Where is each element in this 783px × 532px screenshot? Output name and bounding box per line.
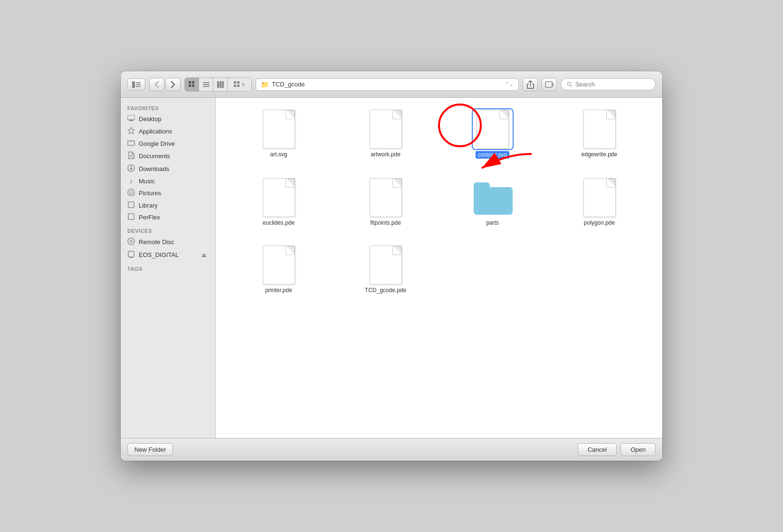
file-name-edgewrite-pde: edgewrite.pde <box>582 151 617 158</box>
folder-icon: 📁 <box>261 81 269 88</box>
file-item-edgewrite-pde[interactable]: edgewrite.pde <box>551 107 648 161</box>
svg-rect-4 <box>189 81 191 84</box>
eos-digital-icon <box>127 250 135 259</box>
svg-rect-1 <box>136 82 141 83</box>
eject-icon[interactable]: ⏏ <box>201 252 207 258</box>
file-name-euclides-pde: euclides.pde <box>263 219 295 226</box>
svg-rect-13 <box>222 81 224 88</box>
bottom-right-buttons: Cancel Open <box>578 443 656 456</box>
svg-rect-21 <box>129 120 133 121</box>
svg-rect-17 <box>237 85 239 87</box>
file-item-printer-pde[interactable]: printer.pde <box>230 243 327 296</box>
svg-rect-34 <box>130 257 133 258</box>
sidebar-item-desktop[interactable]: Desktop <box>121 113 215 125</box>
view-mode-group <box>184 77 252 92</box>
desktop-icon <box>127 115 135 123</box>
sidebar-item-music[interactable]: ♪ Music <box>121 175 215 187</box>
sidebar-item-pictures[interactable]: Pictures <box>121 187 215 200</box>
file-icon-artwork-pde <box>367 110 405 148</box>
svg-rect-10 <box>203 86 210 87</box>
bottom-bar: New Folder Cancel Open <box>121 438 662 461</box>
file-item-fitpoints-pde[interactable]: fitpoints.pde <box>337 176 434 229</box>
search-bar[interactable] <box>561 78 656 90</box>
file-item-tcd-gcode-pde[interactable]: TCD_gcode.pde <box>337 243 434 296</box>
downloads-icon <box>127 164 135 173</box>
svg-rect-6 <box>189 85 191 87</box>
tag-button[interactable] <box>542 78 557 91</box>
sidebar-label-perflex: PerFlex <box>139 214 160 221</box>
sidebar-item-library[interactable]: Library <box>121 200 215 211</box>
sidebar-toggle-button[interactable] <box>127 78 145 91</box>
file-name-contour-svg: contour.svg <box>476 151 509 159</box>
file-name-parts: parts <box>486 219 499 226</box>
cancel-button[interactable]: Cancel <box>578 443 617 456</box>
svg-rect-14 <box>234 81 236 84</box>
file-icon-tcd-gcode-pde <box>367 246 405 284</box>
file-item-artwork-pde[interactable]: artwork.pde <box>337 107 434 161</box>
file-icon-printer-pde <box>260 246 298 284</box>
svg-rect-11 <box>217 81 219 88</box>
file-name-tcd-gcode-pde: TCD_gcode.pde <box>365 287 406 294</box>
file-item-art-svg[interactable]: art.svg <box>230 107 327 161</box>
perflex-icon <box>127 213 135 221</box>
file-icon-fitpoints-pde <box>367 179 405 217</box>
sidebar-label-documents: Documents <box>139 152 170 160</box>
svg-rect-30 <box>128 214 134 219</box>
open-button[interactable]: Open <box>621 443 656 456</box>
svg-point-32 <box>130 240 133 243</box>
sidebar-label-google-drive: Google Drive <box>139 140 175 147</box>
file-item-euclides-pde[interactable]: euclides.pde <box>230 176 327 229</box>
file-icon-art-svg <box>260 110 298 148</box>
music-icon: ♪ <box>127 177 135 185</box>
path-bar-text: TCD_gcode <box>272 81 305 88</box>
svg-point-31 <box>128 238 134 245</box>
file-item-polygon-pde[interactable]: polygon.pde <box>551 176 648 229</box>
sidebar-item-documents[interactable]: Documents <box>121 150 215 162</box>
forward-button[interactable] <box>165 78 181 91</box>
google-drive-icon <box>127 140 135 148</box>
cover-flow-button[interactable] <box>228 78 251 91</box>
pictures-icon <box>127 189 135 198</box>
svg-rect-3 <box>136 86 141 87</box>
file-icon-polygon-pde <box>581 179 619 217</box>
search-input[interactable] <box>575 81 649 88</box>
remote-disc-icon <box>127 238 135 247</box>
library-icon <box>127 201 135 209</box>
documents-icon <box>127 152 135 161</box>
file-name-fitpoints-pde: fitpoints.pde <box>370 219 401 226</box>
nav-group <box>149 78 181 91</box>
sidebar-label-library: Library <box>139 202 158 209</box>
toolbar: 📁 TCD_gcode ⌃⌄ <box>121 71 662 98</box>
sidebar-label-eos-digital: EOS_DIGITAL <box>139 251 179 258</box>
sidebar-item-perflex[interactable]: PerFlex <box>121 211 215 223</box>
svg-rect-12 <box>220 81 221 88</box>
list-view-button[interactable] <box>199 78 213 91</box>
path-bar[interactable]: 📁 TCD_gcode ⌃⌄ <box>256 78 519 91</box>
svg-point-28 <box>130 191 133 194</box>
back-button[interactable] <box>149 78 164 91</box>
file-icon-edgewrite-pde <box>581 110 619 148</box>
column-view-button[interactable] <box>213 78 228 91</box>
sidebar-item-eos-digital[interactable]: EOS_DIGITAL ⏏ <box>121 248 215 261</box>
devices-label: Devices <box>121 226 215 236</box>
finder-window: 📁 TCD_gcode ⌃⌄ Favorit <box>121 71 662 461</box>
sidebar-label-remote-disc: Remote Disc <box>139 238 174 246</box>
share-button[interactable] <box>523 78 538 91</box>
tags-label: Tags <box>121 264 215 274</box>
file-area: art.svg artwork.pde <box>216 98 662 438</box>
file-item-contour-svg[interactable]: contour.svg <box>444 107 541 162</box>
sidebar-item-downloads[interactable]: Downloads <box>121 162 215 175</box>
sidebar-item-applications[interactable]: Applications <box>121 125 215 138</box>
svg-rect-15 <box>237 81 239 84</box>
file-item-parts[interactable]: parts <box>444 176 541 229</box>
file-name-polygon-pde: polygon.pde <box>584 219 615 226</box>
icon-view-button[interactable] <box>185 78 199 91</box>
sidebar-item-remote-disc[interactable]: Remote Disc <box>121 236 215 248</box>
new-folder-button[interactable]: New Folder <box>127 443 173 456</box>
svg-rect-16 <box>234 85 236 87</box>
file-name-printer-pde: printer.pde <box>265 287 292 294</box>
path-chevron-icon: ⌃⌄ <box>505 81 514 87</box>
svg-rect-8 <box>203 82 210 83</box>
sidebar-item-google-drive[interactable]: Google Drive <box>121 138 215 150</box>
favorites-label: Favorites <box>121 104 215 113</box>
